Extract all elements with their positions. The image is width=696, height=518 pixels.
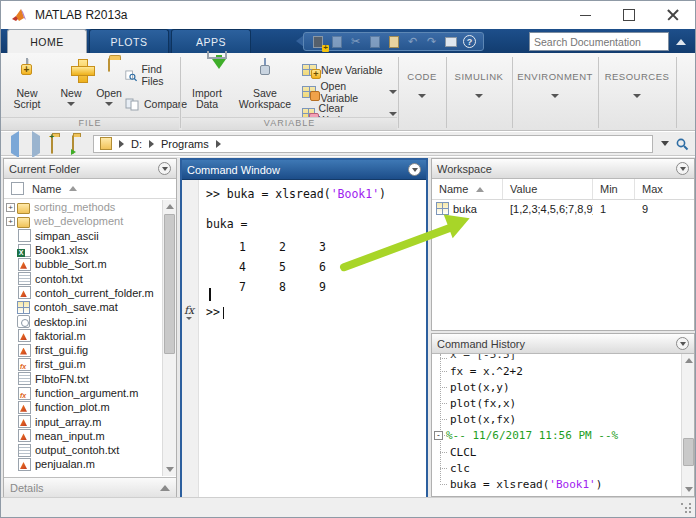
import-data-button[interactable]: Import Data [184,57,230,117]
list-item[interactable]: desktop.ini [4,314,162,328]
folder-search-icon[interactable] [675,137,689,151]
panel-menu-icon[interactable] [408,163,421,176]
expand-icon[interactable] [6,360,15,369]
list-item[interactable]: output_contoh.txt [4,443,162,457]
expand-icon[interactable]: + [6,217,15,226]
collapse-icon[interactable]: - [434,431,443,440]
list-item[interactable]: first_gui.fig [4,343,162,357]
layout-window-icon[interactable] [442,34,459,49]
expand-icon[interactable] [6,460,15,469]
fx-button[interactable]: fx [184,304,194,320]
history-item[interactable]: buka = xlsread('Book1') [432,476,681,492]
compare-button[interactable]: Compare [125,95,187,113]
column-min[interactable]: Min [593,179,635,199]
scroll-down-icon[interactable] [163,463,176,476]
undo-icon[interactable]: ↶ [404,34,421,49]
history-item[interactable]: - %-- 11/6/2017 11:56 PM --% [432,428,681,444]
table-row[interactable]: buka [1,2,3;4,5,6;7,8,9] 1 9 [432,200,694,217]
resize-grip[interactable] [680,502,692,514]
paste-icon[interactable] [385,34,402,49]
expand-icon[interactable] [6,303,15,312]
expand-icon[interactable] [6,417,15,426]
browse-folder-button[interactable] [68,136,85,152]
list-item[interactable]: contoh_save.mat [4,300,162,314]
list-item[interactable]: contoh_current_folder.m [4,286,162,300]
back-button[interactable] [5,136,22,152]
expand-icon[interactable]: + [6,203,15,212]
scroll-up-icon[interactable] [682,354,695,367]
minimize-button[interactable] [563,1,607,29]
list-item[interactable]: FlbtoFN.txt [4,372,162,386]
list-item[interactable]: penjualan.m [4,457,162,471]
panel-menu-icon[interactable] [158,162,171,175]
panel-menu-icon[interactable] [676,337,689,350]
command-prompt[interactable]: >> [206,305,224,319]
resources-group-button[interactable]: RESOURCES [599,53,675,130]
cut-icon[interactable]: ✂ [347,34,364,49]
list-item[interactable]: input_array.m [4,414,162,428]
list-item[interactable]: + sorting_methods [4,200,162,214]
new-variable-button[interactable]: + New Variable [302,61,383,79]
expand-icon[interactable] [6,317,15,326]
expand-icon[interactable] [6,389,15,398]
column-name[interactable]: Name [432,179,503,199]
expand-icon[interactable] [6,431,15,440]
expand-icon[interactable] [6,346,15,355]
list-item[interactable]: mean_input.m [4,429,162,443]
breadcrumb-drive[interactable]: D: [131,138,142,150]
history-item[interactable]: CLCL [432,444,681,460]
ribbon-tab[interactable]: PLOTS [89,29,169,53]
maximize-button[interactable] [607,1,651,29]
expand-icon[interactable] [6,446,15,455]
scroll-up-icon[interactable] [163,200,176,213]
history-item[interactable]: fx = x.^2+2 [432,363,681,379]
column-max[interactable]: Max [635,179,694,199]
command-window-body[interactable]: >> buka = xlsread('Book1') buka = 123 45… [182,180,426,497]
list-item[interactable]: faktorial.m [4,329,162,343]
current-folder-scrollbar[interactable] [162,200,176,476]
list-item[interactable]: simpan_ascii [4,229,162,243]
expand-icon[interactable] [6,331,15,340]
new-shortcut-icon[interactable]: + [309,34,326,49]
panel-menu-icon[interactable] [676,162,689,175]
scroll-down-icon[interactable] [682,483,695,496]
expand-icon[interactable] [6,403,15,412]
breadcrumb-folder[interactable]: Programs [161,138,209,150]
expand-icon[interactable] [6,274,15,283]
history-item[interactable]: plot(x,fx) [432,412,681,428]
redo-icon[interactable]: ↷ [423,34,440,49]
expand-icon[interactable] [6,246,15,255]
list-item[interactable]: + web_development [4,214,162,228]
code-group-button[interactable]: CODE [399,53,445,130]
up-folder-button[interactable] [47,136,64,152]
expand-icon[interactable] [6,260,15,269]
simulink-group-button[interactable]: SIMULINK [447,53,511,130]
history-item[interactable]: clc [432,460,681,476]
collapse-details-icon[interactable] [160,485,170,491]
name-column-header[interactable]: Name [4,179,176,199]
environment-group-button[interactable]: ENVIRONMENT [513,53,597,130]
history-item[interactable]: plot(x,y) [432,379,681,395]
forward-button[interactable] [26,136,43,152]
scrollbar-thumb[interactable] [164,214,175,354]
list-item[interactable]: bubble_Sort.m [4,257,162,271]
search-input[interactable] [530,36,673,48]
list-item[interactable]: Book1.xlsx [4,243,162,257]
scrollbar-thumb[interactable] [683,438,694,466]
column-value[interactable]: Value [503,179,593,199]
save-icon[interactable] [328,34,345,49]
expand-icon[interactable] [6,288,15,297]
history-item[interactable]: x = [-5:5] [432,354,681,363]
list-item[interactable]: first_gui.m [4,357,162,371]
list-item[interactable]: function_plot.m [4,400,162,414]
address-dropdown-icon[interactable] [661,141,669,146]
save-workspace-button[interactable]: Save Workspace [234,57,296,117]
list-item[interactable]: contoh.txt [4,271,162,285]
list-item[interactable]: function_argument.m [4,386,162,400]
close-button[interactable] [651,1,695,29]
copy-icon[interactable] [366,34,383,49]
help-icon[interactable]: ? [461,34,478,49]
breadcrumb[interactable]: D: Programs [93,135,653,153]
find-files-button[interactable]: Find Files [125,66,179,84]
new-script-button[interactable]: + New Script [5,57,49,117]
